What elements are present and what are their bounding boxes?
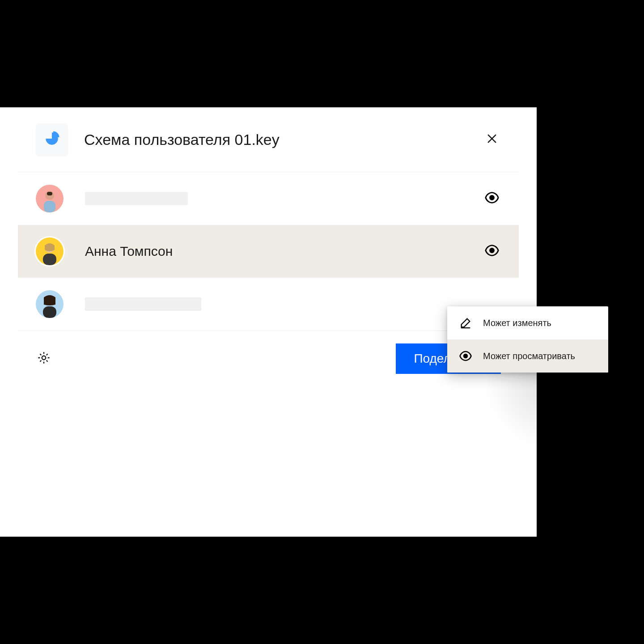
eye-icon [484,243,500,260]
svg-point-11 [42,356,46,360]
svg-rect-10 [43,306,56,318]
pencil-icon [458,315,473,330]
permission-popover: Может изменять Может просматривать [447,306,608,373]
name-placeholder [85,297,201,311]
svg-rect-4 [47,192,52,195]
file-thumbnail [36,123,68,156]
eye-icon [458,348,473,364]
person-row[interactable] [18,278,519,330]
dialog-header: Схема пользователя 01.key [18,107,519,172]
permission-button[interactable] [483,190,501,208]
settings-button[interactable] [36,351,52,367]
svg-point-8 [490,248,494,252]
pie-chart-icon [44,131,60,148]
file-title: Схема пользователя 01.key [84,131,483,148]
permission-button[interactable] [483,242,501,260]
person-name [85,192,483,205]
svg-point-5 [490,195,494,199]
person-name: Анна Томпсон [85,244,483,259]
permission-option-label: Может изменять [483,318,551,328]
permission-option-edit[interactable]: Может изменять [447,306,608,339]
name-placeholder [85,192,188,205]
gear-icon [37,351,51,367]
avatar [36,237,64,265]
permission-option-view[interactable]: Может просматривать [447,339,608,373]
close-icon [486,132,498,147]
svg-point-13 [464,354,467,358]
close-button[interactable] [483,131,501,148]
person-row[interactable]: Анна Томпсон [18,225,519,278]
canvas-stage: Схема пользователя 01.key [0,107,537,537]
avatar [36,290,64,318]
dialog-footer: Поделиться [18,331,519,392]
person-name [85,297,483,311]
avatar [36,185,64,212]
svg-rect-7 [43,254,56,265]
share-dialog: Схема пользователя 01.key [18,107,519,392]
eye-icon [484,190,500,207]
person-row[interactable] [18,172,519,225]
permission-option-label: Может просматривать [483,351,575,361]
people-list: Анна Томпсон [18,172,519,330]
svg-rect-3 [44,201,55,212]
